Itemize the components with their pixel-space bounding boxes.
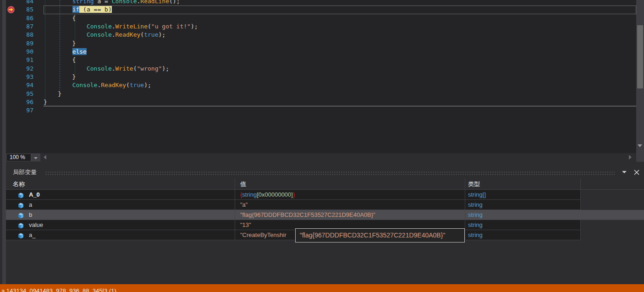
variable-icon [18,232,24,242]
code-text: { [44,14,636,22]
vertical-scrollbar-thumb[interactable] [637,25,643,88]
code-lines: 84 string a = Console.ReadLine();85 if (… [6,0,636,115]
code-text: Console.ReadKey(true); [44,31,636,39]
line-number: 87 [6,22,33,31]
variable-value: {string[0x00000000]} [240,190,295,199]
code-text: { [44,56,636,64]
line-number: 96 [6,98,33,106]
code-text: Console.Write("wrong"); [44,65,636,73]
locals-row-value[interactable]: value"13"string [6,220,581,230]
code-line-84[interactable]: 84 string a = Console.ReadLine(); [6,0,636,6]
variable-name: b [29,210,32,220]
chevron-down-icon [34,157,38,159]
column-separator[interactable] [235,178,235,189]
variable-type: string [468,200,483,209]
code-line-97[interactable]: 97 [6,106,636,115]
variable-name: value [29,220,43,230]
code-line-90[interactable]: 90 else [6,48,636,56]
status-bar-text: a 143134, 0941483, 978, 936, 88, 345[3 (… [1,287,116,292]
column-separator [235,190,235,199]
debugger-window: 84 string a = Console.ReadLine();85 if (… [0,0,644,292]
scroll-right-arrow-icon[interactable] [629,155,632,160]
locals-row-A_0[interactable]: A_0{string[0x00000000]}string[] [6,190,581,200]
column-separator [235,220,235,230]
column-separator[interactable] [580,178,581,189]
code-text: } [44,73,636,81]
column-separator [465,230,465,240]
column-separator [235,200,235,209]
code-text: } [44,98,636,106]
locals-table-header: 名称 值 类型 [6,178,644,190]
panel-close-icon[interactable] [634,170,639,175]
code-text: Console.WriteLine("u got it!"); [44,22,636,31]
panel-menu-chevron-icon[interactable] [622,171,627,173]
line-number: 91 [6,56,33,64]
status-bar: a 143134, 0941483, 978, 936, 88, 345[3 (… [0,284,644,292]
scroll-down-arrow-icon[interactable] [638,144,642,147]
vertical-scrollbar[interactable] [636,0,644,153]
line-number: 95 [6,90,33,98]
code-line-87[interactable]: 87 Console.WriteLine("u got it!"); [6,22,636,31]
zoom-dropdown-button[interactable] [31,154,40,161]
variable-value: "CreateByTenshir [240,230,286,240]
code-editor[interactable]: 84 string a = Console.ReadLine();85 if (… [6,0,636,153]
locals-panel-titlebar[interactable]: 局部变量 [6,166,644,178]
code-line-85[interactable]: 85 if (a == b) [6,6,636,14]
scroll-left-arrow-icon[interactable] [44,155,46,160]
column-header-type[interactable]: 类型 [468,178,480,190]
code-line-93[interactable]: 93 } [6,73,636,81]
column-header-value[interactable]: 值 [240,178,246,190]
code-line-88[interactable]: 88 Console.ReadKey(true); [6,31,636,39]
line-number: 88 [6,31,33,39]
panel-drag-grip[interactable] [45,171,615,175]
line-number: 84 [6,0,33,6]
variable-value: "flag{967DDDFBCD32C1F53527C221D9E40A0B}" [240,210,375,220]
code-text: } [44,90,636,98]
column-separator [465,220,465,230]
variable-value: "13" [240,220,251,230]
code-line-94[interactable]: 94 Console.ReadKey(true); [6,81,636,89]
column-separator[interactable] [465,178,465,189]
code-line-92[interactable]: 92 Console.Write("wrong"); [6,65,636,73]
locals-panel: 局部变量 名称 值 类型 A_0{string[0x00000000]}stri… [6,166,644,284]
code-line-86[interactable]: 86 { [6,14,636,22]
line-number: 92 [6,65,33,73]
line-number: 97 [6,106,33,115]
code-line-89[interactable]: 89 } [6,39,636,48]
variable-name: a_ [29,230,35,240]
locals-row-a[interactable]: a"a"string [6,200,581,210]
variable-name: a [29,200,32,209]
editor-bottom-bar: 100 % [6,153,636,162]
line-number: 90 [6,48,33,56]
variable-value: "a" [240,200,248,209]
zoom-level-select[interactable]: 100 % [6,154,31,161]
column-header-name[interactable]: 名称 [13,178,25,190]
locals-panel-title: 局部变量 [13,168,37,176]
column-separator [465,200,465,209]
locals-row-b[interactable]: b"flag{967DDDFBCD32C1F53527C221D9E40A0B}… [6,210,644,220]
breakpoint-current-statement-icon[interactable] [7,6,15,13]
code-text: if (a == b) [44,6,636,14]
column-separator [465,210,465,220]
code-text: Console.ReadKey(true); [44,81,636,89]
variable-type: string [468,220,483,230]
line-number: 89 [6,39,33,48]
code-line-96[interactable]: 96} [6,98,636,106]
code-text: string a = Console.ReadLine(); [44,0,636,6]
code-text: else [44,48,636,56]
window-edge-strip [2,0,6,284]
line-number: 86 [6,14,33,22]
line-number: 94 [6,81,33,89]
column-separator [235,210,235,220]
column-separator [465,190,465,199]
variable-type: string [468,230,483,240]
variable-type: string[] [468,190,486,199]
scrollbar-corner [636,153,644,162]
value-tooltip: "flag{967DDDFBCD32C1F53527C221D9E40A0B}" [295,228,465,242]
code-text [44,106,636,115]
code-line-95[interactable]: 95 } [6,90,636,98]
column-separator [235,230,235,240]
line-number: 93 [6,73,33,81]
locals-row-a_[interactable]: a_"CreateByTenshirstring [6,230,581,240]
code-line-91[interactable]: 91 { [6,56,636,64]
